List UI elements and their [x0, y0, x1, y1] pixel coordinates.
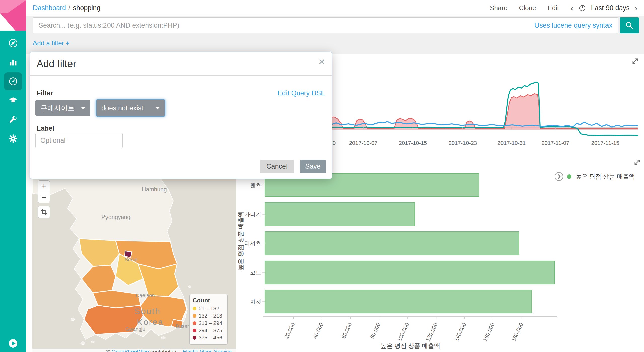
- map-legend-range: 375 – 456: [199, 335, 222, 341]
- cancel-button[interactable]: Cancel: [260, 160, 294, 173]
- map-legend-swatch: [193, 314, 196, 318]
- map-label: South: [134, 306, 161, 316]
- breadcrumb-dashboard-link[interactable]: Dashboard: [33, 4, 66, 12]
- add-filter-modal: Add filter × Filter Edit Query DSL 구매사이트…: [30, 52, 332, 179]
- lucene-syntax-link[interactable]: Uses lucene query syntax: [532, 22, 612, 29]
- timepicker: ‹ Last 90 days ›: [570, 4, 637, 12]
- sidebar-item-visualize[interactable]: [0, 53, 26, 72]
- search-input[interactable]: [33, 17, 618, 33]
- map-fit-bounds-button[interactable]: [38, 206, 50, 218]
- map-legend-row: 294 – 375: [193, 327, 224, 333]
- edit-button[interactable]: Edit: [548, 4, 559, 12]
- kibana-dashboard-app: Dashboard/shopping Share Clone Edit ‹ La…: [0, 0, 644, 352]
- filter-heading: Filter: [37, 89, 53, 97]
- svg-text:티셔츠: 티셔츠: [244, 240, 261, 247]
- query-bar: Uses lucene query syntax: [26, 16, 644, 35]
- caret-down-icon: [155, 107, 160, 109]
- plus-icon: +: [66, 39, 70, 47]
- expand-bar-chart-icon[interactable]: [633, 158, 641, 167]
- search-button[interactable]: [620, 17, 639, 33]
- map-legend-swatch: [193, 336, 196, 340]
- sidebar-item-discover[interactable]: [0, 33, 26, 53]
- sidebar-item-dev-tools[interactable]: [0, 110, 26, 129]
- crop-icon: [40, 208, 47, 216]
- map-legend-row: 375 – 456: [193, 335, 224, 341]
- map-label: Daejeon: [136, 293, 155, 298]
- expand-timeseries-icon[interactable]: [631, 57, 639, 65]
- clone-button[interactable]: Clone: [519, 4, 536, 12]
- zoom-in-button[interactable]: +: [38, 181, 50, 192]
- sidebar-item-timelion[interactable]: [0, 91, 26, 110]
- breadcrumb: Dashboard/shopping: [33, 4, 100, 12]
- map-label: Hamhung: [142, 186, 167, 193]
- svg-text:2017-11-07: 2017-11-07: [542, 140, 569, 146]
- svg-text:2017-10-15: 2017-10-15: [399, 140, 427, 146]
- modal-title: Add filter: [37, 58, 76, 69]
- map-legend-title: Count: [193, 297, 224, 304]
- collapse-sidebar-button[interactable]: [8, 338, 18, 348]
- svg-text:80,000: 80,000: [369, 322, 382, 340]
- map-legend-row: 213 – 294: [193, 320, 224, 326]
- label-heading: Label: [37, 125, 54, 132]
- svg-text:가디건: 가디건: [244, 211, 261, 218]
- svg-text:120,000: 120,000: [425, 322, 439, 343]
- svg-text:2017-10-31: 2017-10-31: [497, 140, 526, 146]
- add-filter-link[interactable]: Add a filter +: [33, 39, 70, 47]
- top-navigation-bar: Dashboard/shopping Share Clone Edit ‹ La…: [26, 0, 644, 16]
- svg-text:높은 평점 상품 매출액: 높은 평점 상품 매출액: [381, 342, 440, 349]
- map-legend-row: 132 – 213: [193, 313, 224, 319]
- map-label: Korea: [137, 317, 164, 327]
- legend-series-label[interactable]: 높은 평점 상품 매출액: [576, 172, 635, 181]
- modal-divider: [30, 75, 332, 76]
- breadcrumb-separator: /: [68, 4, 70, 12]
- sidebar-item-dashboard[interactable]: [0, 72, 26, 91]
- svg-text:100,000: 100,000: [396, 322, 410, 343]
- map-label: Seoul: [125, 257, 137, 262]
- edit-query-dsl-link[interactable]: Edit Query DSL: [277, 89, 325, 97]
- map-zoom-control: + −: [38, 180, 50, 203]
- svg-text:2017-10-07: 2017-10-07: [349, 140, 378, 146]
- map-legend-swatch: [193, 321, 196, 325]
- svg-text:60,000: 60,000: [340, 322, 353, 340]
- map-count-legend: Count 51 – 132132 – 213213 – 294294 – 37…: [189, 294, 228, 345]
- close-icon[interactable]: ×: [318, 57, 325, 67]
- filter-label-input[interactable]: [35, 133, 123, 148]
- dashboard-gauge-icon: [8, 76, 18, 86]
- map-region-seoul: [125, 251, 132, 257]
- filter-bar: Add a filter +: [26, 35, 644, 54]
- svg-text:자켓: 자켓: [250, 299, 261, 305]
- time-range-button[interactable]: Last 90 days: [591, 4, 630, 12]
- region-map-panel: HamhungPyongyangSeoulDaejeonSouthKoreaGw…: [32, 178, 236, 352]
- time-forward-chevron-icon[interactable]: ›: [635, 4, 637, 12]
- map-label: Pyongyang: [101, 214, 130, 220]
- sidebar-item-management[interactable]: [0, 129, 26, 148]
- timeseries-chart: 02017-10-072017-10-152017-10-232017-10-3…: [291, 54, 638, 149]
- elastic-maps-service-link[interactable]: Elastic Maps Service: [183, 349, 232, 352]
- sidebar-nav: [0, 0, 26, 352]
- map-legend-range: 51 – 132: [199, 305, 219, 311]
- openstreetmap-link[interactable]: OpenStreetMap: [112, 349, 149, 352]
- svg-text:160,000: 160,000: [482, 322, 496, 343]
- share-button[interactable]: Share: [490, 4, 507, 12]
- svg-text:높은 평점 상품 매출액: 높은 평점 상품 매출액: [237, 211, 244, 270]
- legend-collapse-icon[interactable]: [555, 172, 563, 181]
- map-legend-range: 213 – 294: [199, 320, 222, 326]
- time-back-chevron-icon[interactable]: ‹: [570, 4, 573, 12]
- filter-field-dropdown[interactable]: 구매사이트: [35, 100, 90, 116]
- zoom-out-button[interactable]: −: [38, 192, 50, 203]
- save-button[interactable]: Save: [300, 160, 326, 173]
- svg-text:2017-10-23: 2017-10-23: [449, 140, 477, 146]
- kibana-logo[interactable]: [0, 0, 26, 31]
- breadcrumb-current-page: shopping: [73, 4, 101, 12]
- map-legend-swatch: [193, 307, 196, 310]
- bar-chart-legend: 높은 평점 상품 매출액: [555, 172, 635, 181]
- filter-operator-dropdown[interactable]: does not exist: [96, 99, 165, 117]
- search-icon: [625, 21, 634, 30]
- compass-icon: [8, 38, 18, 48]
- svg-text:140,000: 140,000: [453, 322, 467, 343]
- svg-text:40,000: 40,000: [312, 322, 325, 340]
- svg-text:180,000: 180,000: [510, 322, 524, 343]
- map-label: Gwangju: [125, 326, 145, 332]
- map-legend-swatch: [193, 329, 196, 332]
- map-legend-range: 132 – 213: [199, 313, 222, 319]
